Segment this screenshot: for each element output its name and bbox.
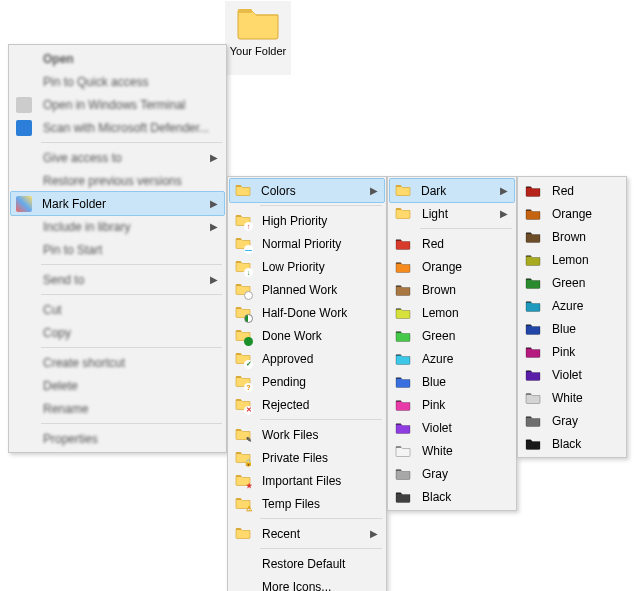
mark-folder-icon: [16, 196, 32, 212]
folder-lemon-icon: [525, 252, 541, 268]
chevron-right-icon: ▶: [500, 208, 508, 219]
folder-white-icon: [525, 390, 541, 406]
mark-important-files[interactable]: ★Important Files: [230, 469, 384, 492]
svg-rect-40: [526, 416, 531, 418]
color-white[interactable]: White: [390, 439, 514, 462]
ctx-pin-quick-access[interactable]: Pin to Quick access: [11, 70, 224, 93]
ctx-send-to[interactable]: Send to▶: [11, 268, 224, 291]
mark-colors[interactable]: Colors▶: [229, 178, 385, 203]
color-orange[interactable]: Orange: [390, 255, 514, 278]
mark-planned-work[interactable]: Planned Work: [230, 278, 384, 301]
folder-icon: [236, 5, 280, 41]
mark-recent[interactable]: Recent▶: [230, 522, 384, 545]
ctx-delete[interactable]: Delete: [11, 374, 224, 397]
folder-gray-icon: [395, 466, 411, 482]
dark-color-lemon[interactable]: Lemon: [520, 248, 624, 271]
folder-pink-icon: [395, 397, 411, 413]
dark-color-blue[interactable]: Blue: [520, 317, 624, 340]
mark-low-priority[interactable]: ↓Low Priority: [230, 255, 384, 278]
svg-rect-39: [526, 393, 531, 395]
ctx-copy[interactable]: Copy: [11, 321, 224, 344]
mark-restore-default[interactable]: Restore Default: [230, 552, 384, 575]
color-green[interactable]: Green: [390, 324, 514, 347]
ctx-scan-defender[interactable]: Scan with Microsoft Defender...: [11, 116, 224, 139]
mark-normal-priority[interactable]: —Normal Priority: [230, 232, 384, 255]
svg-rect-19: [396, 262, 401, 264]
dark-color-white[interactable]: White: [520, 386, 624, 409]
dark-color-green[interactable]: Green: [520, 271, 624, 294]
ctx-properties[interactable]: Properties: [11, 427, 224, 450]
color-brown[interactable]: Brown: [390, 278, 514, 301]
folder-important-icon: ★: [235, 473, 251, 489]
folder-brown-icon: [525, 229, 541, 245]
separator: [260, 548, 382, 549]
mark-approved[interactable]: ✓Approved: [230, 347, 384, 370]
folder-work-icon: ✎: [235, 427, 251, 443]
dark-color-black[interactable]: Black: [520, 432, 624, 455]
svg-rect-12: [236, 452, 241, 454]
separator: [420, 228, 512, 229]
ctx-rename[interactable]: Rename: [11, 397, 224, 420]
dark-color-gray[interactable]: Gray: [520, 409, 624, 432]
folder-red-icon: [395, 236, 411, 252]
svg-rect-30: [526, 186, 531, 188]
mark-more-icons[interactable]: More Icons...: [230, 575, 384, 591]
dark-colors-submenu: RedOrangeBrownLemonGreenAzureBluePinkVio…: [517, 176, 627, 458]
mark-private-files[interactable]: 🔒Private Files: [230, 446, 384, 469]
color-blue[interactable]: Blue: [390, 370, 514, 393]
mark-done-work[interactable]: Done Work: [230, 324, 384, 347]
svg-rect-6: [236, 307, 241, 309]
color-lemon[interactable]: Lemon: [390, 301, 514, 324]
svg-rect-13: [236, 475, 241, 477]
color-black[interactable]: Black: [390, 485, 514, 508]
ctx-open[interactable]: Open: [11, 47, 224, 70]
svg-rect-8: [236, 353, 241, 355]
mark-high-priority[interactable]: ↑High Priority: [230, 209, 384, 232]
ctx-give-access[interactable]: Give access to▶: [11, 146, 224, 169]
colors-light[interactable]: Light▶: [390, 202, 514, 225]
color-azure[interactable]: Azure: [390, 347, 514, 370]
dark-color-violet[interactable]: Violet: [520, 363, 624, 386]
color-gray[interactable]: Gray: [390, 462, 514, 485]
color-violet[interactable]: Violet: [390, 416, 514, 439]
svg-rect-17: [396, 208, 401, 210]
dark-color-pink[interactable]: Pink: [520, 340, 624, 363]
svg-rect-0: [238, 9, 252, 13]
dark-color-red[interactable]: Red: [520, 179, 624, 202]
ctx-pin-start[interactable]: Pin to Start: [11, 238, 224, 261]
colors-submenu: Dark▶ Light▶ RedOrangeBrownLemonGreenAzu…: [387, 176, 517, 511]
folder-icon: [235, 183, 251, 199]
mark-work-files[interactable]: ✎Work Files: [230, 423, 384, 446]
ctx-cut[interactable]: Cut: [11, 298, 224, 321]
folder-orange-icon: [395, 259, 411, 275]
color-pink[interactable]: Pink: [390, 393, 514, 416]
mark-rejected[interactable]: ✕Rejected: [230, 393, 384, 416]
ctx-open-terminal[interactable]: Open in Windows Terminal: [11, 93, 224, 116]
mark-half-done-work[interactable]: Half-Done Work: [230, 301, 384, 324]
svg-rect-7: [236, 330, 241, 332]
color-red[interactable]: Red: [390, 232, 514, 255]
folder-gray-icon: [525, 413, 541, 429]
ctx-create-shortcut[interactable]: Create shortcut: [11, 351, 224, 374]
desktop-folder[interactable]: Your Folder: [225, 1, 291, 75]
ctx-include-library[interactable]: Include in library▶: [11, 215, 224, 238]
mark-temp-files[interactable]: ⚠Temp Files: [230, 492, 384, 515]
svg-rect-31: [526, 209, 531, 211]
ctx-restore-previous[interactable]: Restore previous versions: [11, 169, 224, 192]
svg-rect-14: [236, 498, 241, 500]
separator: [41, 142, 222, 143]
svg-rect-4: [236, 261, 241, 263]
folder-violet-icon: [525, 367, 541, 383]
separator: [260, 419, 382, 420]
dark-color-azure[interactable]: Azure: [520, 294, 624, 317]
dark-color-brown[interactable]: Brown: [520, 225, 624, 248]
folder-brown-icon: [395, 282, 411, 298]
mark-pending[interactable]: ?Pending: [230, 370, 384, 393]
folder-violet-icon: [395, 420, 411, 436]
separator: [41, 347, 222, 348]
chevron-right-icon: ▶: [500, 185, 508, 196]
folder-half-done-icon: [235, 305, 251, 321]
colors-dark[interactable]: Dark▶: [389, 178, 515, 203]
ctx-mark-folder[interactable]: Mark Folder▶: [10, 191, 225, 216]
dark-color-orange[interactable]: Orange: [520, 202, 624, 225]
